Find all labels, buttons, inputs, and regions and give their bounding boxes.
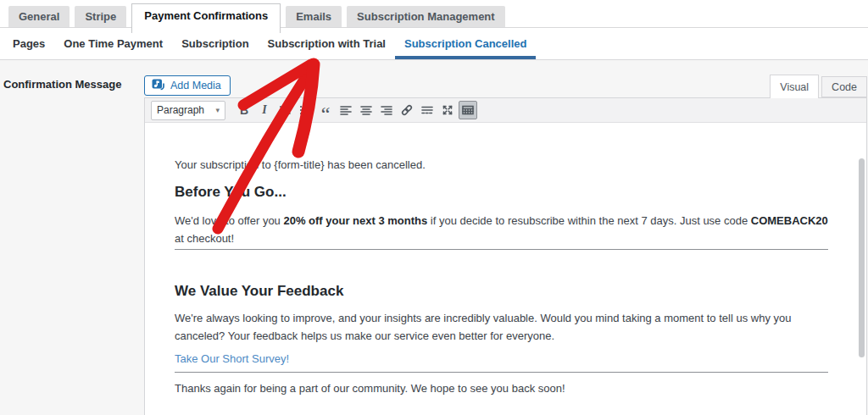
toolbar-toggle-button[interactable] [459, 101, 477, 119]
align-right-button[interactable] [377, 101, 396, 119]
editor-mode-switcher: Visual Code [767, 75, 867, 97]
divider [175, 249, 828, 250]
settings-panel: Confirmation Message Add Media Visual Co… [0, 60, 868, 415]
add-media-icon [152, 78, 165, 93]
sub-tab-bar: Pages One Time Payment Subscription Subs… [0, 28, 868, 60]
subtab-pages[interactable]: Pages [3, 28, 54, 59]
visual-mode-tab[interactable]: Visual [770, 75, 819, 98]
bold-button[interactable]: B [235, 101, 253, 119]
divider [175, 372, 828, 373]
offer-bold-code: COMEBACK20 [751, 214, 828, 227]
offer-paragraph: We'd love to offer you 20% off your next… [175, 212, 828, 247]
fullscreen-button[interactable] [438, 101, 457, 119]
tab-emails[interactable]: Emails [286, 6, 342, 27]
confirmation-message-editor: Add Media Visual Code Paragraph ▾ B I [144, 73, 867, 415]
offer-bold-discount: 20% off your next 3 months [283, 214, 427, 227]
intro-paragraph: Your subscription to {form-title} has be… [175, 157, 828, 173]
tab-stripe[interactable]: Stripe [75, 6, 126, 27]
chevron-down-icon: ▾ [215, 106, 220, 114]
tab-general[interactable]: General [8, 6, 70, 27]
code-mode-tab[interactable]: Code [821, 76, 867, 97]
paragraph-format-select[interactable]: Paragraph ▾ [151, 101, 225, 120]
tab-subscription-management[interactable]: Subscription Management [347, 6, 505, 27]
tab-payment-confirmations[interactable]: Payment Confirmations [131, 3, 281, 33]
editor-scrollbar[interactable] [859, 158, 865, 357]
add-media-label: Add Media [170, 80, 221, 91]
survey-link-paragraph: Take Our Short Survey! [175, 351, 828, 367]
survey-link[interactable]: Take Our Short Survey! [175, 352, 289, 365]
numbered-list-button[interactable] [296, 101, 314, 119]
paragraph-format-value: Paragraph [157, 104, 204, 116]
confirmation-message-label: Confirmation Message [3, 78, 121, 91]
subtab-subscription-cancelled[interactable]: Subscription Cancelled [395, 28, 536, 59]
bullet-list-button[interactable] [275, 101, 294, 119]
before-you-go-heading: Before You Go... [175, 183, 828, 202]
read-more-tag-button[interactable] [418, 101, 437, 119]
insert-link-button[interactable] [398, 101, 416, 119]
blockquote-button[interactable]: “ [316, 97, 335, 124]
italic-button[interactable]: I [255, 101, 274, 119]
closing-paragraph: Thanks again for being a part of our com… [175, 380, 828, 396]
feedback-paragraph: We're always looking to improve, and you… [175, 309, 828, 345]
editor-content-area[interactable]: Your subscription to {form-title} has be… [145, 123, 866, 415]
main-tab-bar: General Stripe Payment Confirmations Ema… [0, 0, 868, 28]
align-center-button[interactable] [357, 101, 376, 119]
feedback-heading: We Value Your Feedback [175, 282, 828, 301]
align-left-button[interactable] [337, 101, 355, 119]
add-media-button[interactable]: Add Media [144, 75, 231, 96]
editor-toolbar: Paragraph ▾ B I [145, 98, 866, 123]
